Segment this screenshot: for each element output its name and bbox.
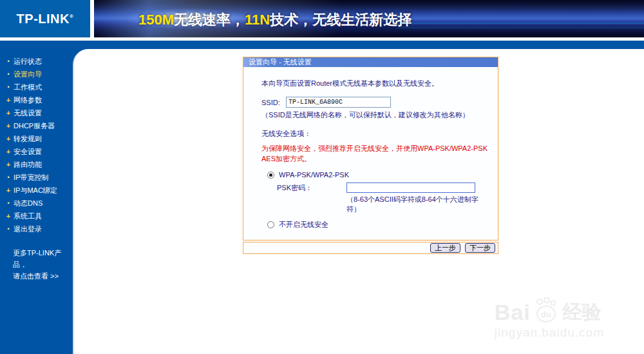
watermark-domain-text: jingyan.baidu.com [495,326,604,340]
sidebar: • 运行状态 • 设置向导 • 工作模式 + 网络参数 + 无线设置 + DHC… [0,55,73,282]
psk-password-input[interactable] [346,182,475,193]
security-options-label: 无线安全选项： [261,129,489,139]
psk-hint-text: （8-63个ASCII码字符或8-64个十六进制字符） [346,195,489,214]
bullet-icon: + [5,96,12,104]
bullet-icon: + [5,161,12,168]
bullet-icon: + [5,148,12,155]
watermark-suffix-text: 经验 [563,302,601,322]
bullet-icon: + [5,212,12,220]
baidu-jingyan-watermark: Bai du 经验 jingyan.baidu.com [495,297,604,340]
sidebar-item[interactable]: • 工作模式 [0,81,73,93]
ssid-input[interactable] [286,97,391,108]
sidebar-item[interactable]: + DHCP服务器 [0,119,73,132]
bullet-icon: • [5,71,12,77]
radio-no-security[interactable] [267,221,274,228]
radio-wpa-psk-label[interactable]: WPA-PSK/WPA2-PSK [279,171,349,179]
sidebar-item-label: 系统工具 [14,211,42,221]
bullet-icon: + [5,122,12,130]
sidebar-item[interactable]: + 系统工具 [0,210,73,222]
promo-banner-text: 150M无线速率，11N技术，无线生活新选择 [138,10,412,30]
header: TP-LINK® 150M无线速率，11N技术，无线生活新选择 [0,0,644,37]
sidebar-item[interactable]: + 转发规则 [0,132,73,145]
bullet-icon: • [5,174,12,181]
promo-banner: 150M无线速率，11N技术，无线生活新选择 [94,0,644,37]
watermark-brand-text: Bai [495,302,531,322]
security-warning-text: 为保障网络安全，强烈推荐开启无线安全，并使用WPA-PSK/WPA2-PSK A… [261,143,490,164]
sidebar-item[interactable]: + 无线设置 [0,106,73,119]
tplink-logo: TP-LINK® [0,0,90,37]
ssid-hint-text: （SSID是无线网络的名称，可以保持默认，建议修改为其他名称） [261,110,489,120]
bullet-icon: + [5,135,12,143]
wizard-intro-text: 本向导页面设置Router模式无线基本参数以及无线安全。 [261,79,489,88]
sidebar-item[interactable]: • 退出登录 [0,222,73,235]
banner-seg-rate: 无线速率， [174,12,245,28]
sidebar-item[interactable]: + IP与MAC绑定 [0,184,73,197]
bullet-icon: • [5,84,12,90]
sidebar-item-label: IP与MAC绑定 [14,186,57,195]
main-area: 设置向导 - 无线设置 本向导页面设置Router模式无线基本参数以及无线安全。… [0,41,644,354]
paw-icon: du [532,297,559,323]
sidebar-item-label: 设置向导 [14,70,42,79]
back-button[interactable]: 上一步 [430,243,460,253]
radio-no-security-label[interactable]: 不开启无线安全 [279,220,328,230]
setup-wizard-dialog: 设置向导 - 无线设置 本向导页面设置Router模式无线基本参数以及无线安全。… [243,57,498,254]
more-products-line2[interactable]: 请点击查看 >> [13,270,73,282]
next-button[interactable]: 下一步 [465,243,495,253]
sidebar-item-label: 无线设置 [14,108,42,118]
sidebar-item[interactable]: + 网络参数 [0,93,73,106]
psk-password-label: PSK密码： [277,183,346,193]
banner-seg-11n: 11N [245,12,270,28]
sidebar-item-label: 运行状态 [14,57,42,66]
ssid-label: SSID: [261,99,286,106]
sidebar-item-label: 安全设置 [14,147,42,157]
sidebar-item[interactable]: • 动态DNS [0,197,73,210]
more-products-link[interactable]: 更多TP-LINK产品， 请点击查看 >> [0,247,73,282]
banner-seg-tagline: 技术，无线生活新选择 [270,12,412,28]
tplink-logo-text: TP-LINK® [17,12,74,26]
radio-wpa-psk[interactable] [267,172,274,179]
sidebar-item-label: 路由功能 [14,160,42,170]
more-products-line1[interactable]: 更多TP-LINK产品， [13,247,73,270]
content-panel: 设置向导 - 无线设置 本向导页面设置Router模式无线基本参数以及无线安全。… [73,49,644,354]
sidebar-item-label: 工作模式 [14,83,42,92]
sidebar-item-label: DHCP服务器 [14,121,55,131]
bullet-icon: • [5,200,12,206]
sidebar-item[interactable]: + 安全设置 [0,145,73,158]
sidebar-item-label: 网络参数 [14,95,42,105]
bullet-icon: • [5,58,12,64]
banner-seg-150m: 150M [138,12,174,28]
sidebar-item-label: 转发规则 [14,134,42,144]
bullet-icon: + [5,109,12,117]
wizard-title-bar: 设置向导 - 无线设置 [243,57,498,67]
registered-mark: ® [70,14,73,19]
sidebar-item-label: IP带宽控制 [14,173,48,182]
sidebar-item[interactable]: • 设置向导 [0,68,73,81]
sidebar-item[interactable]: • IP带宽控制 [0,171,73,184]
sidebar-item[interactable]: + 路由功能 [0,158,73,171]
bullet-icon: + [5,186,12,194]
sidebar-item-label: 退出登录 [14,224,42,234]
sidebar-item[interactable]: • 运行状态 [0,55,73,68]
svg-text:du: du [541,310,551,319]
bullet-icon: • [5,226,12,232]
wizard-footer: 上一步 下一步 [243,242,498,254]
sidebar-menu: • 运行状态 • 设置向导 • 工作模式 + 网络参数 + 无线设置 + DHC… [0,55,73,235]
sidebar-item-label: 动态DNS [14,199,43,208]
